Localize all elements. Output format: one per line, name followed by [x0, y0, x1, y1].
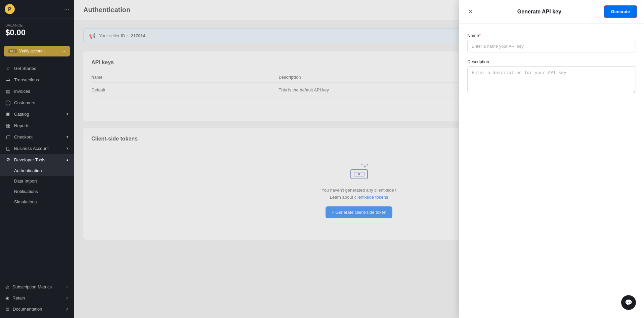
subscription-metrics-icon: ◎ [5, 284, 9, 289]
generate-api-key-panel: ✕ Generate API key Generate Name* Descri… [459, 0, 644, 318]
sidebar-item-label: Customers [14, 100, 35, 105]
sidebar-item-label: Catalog [14, 112, 29, 117]
developer-tools-icon: ⚙ [5, 157, 11, 162]
business-account-icon: ◫ [5, 146, 11, 151]
sidebar-sub-authentication[interactable]: Authentication [0, 165, 74, 176]
empty-state-icon: + ✦ ✦ [347, 162, 371, 182]
retain-icon: ◉ [5, 295, 9, 301]
name-form-group: Name* [467, 33, 636, 52]
sidebar-item-label: Business Account [14, 146, 49, 151]
checkout-icon: ▢ [5, 134, 11, 140]
get-started-icon: ☆ [5, 66, 11, 71]
invoices-icon: ▤ [5, 88, 11, 94]
sidebar-item-developer-tools[interactable]: ⚙ Developer Tools ▴ [0, 154, 74, 165]
sidebar-item-checkout[interactable]: ▢ Checkout ▾ [0, 131, 74, 143]
checkout-arrow: ▾ [67, 135, 69, 139]
verify-account-banner[interactable]: 0/3 Verify account → [4, 46, 70, 56]
sidebar-item-catalog[interactable]: ▣ Catalog ▾ [0, 108, 74, 120]
api-key-name-input[interactable] [467, 40, 636, 52]
sidebar-nav: ☆ Get Started ⇄ Transactions ▤ Invoices … [0, 60, 74, 278]
transactions-icon: ⇄ [5, 77, 11, 82]
generate-api-key-button[interactable]: Generate [604, 5, 637, 18]
sidebar-menu-dots[interactable]: ··· [64, 6, 69, 13]
megaphone-icon: 📢 [89, 33, 96, 39]
sidebar-item-label: Reports [14, 123, 30, 128]
documentation-icon: ▤ [5, 307, 9, 312]
sidebar-item-label: Get Started [14, 66, 36, 71]
svg-point-2 [358, 173, 360, 175]
external-link-icon: ⇗ [65, 285, 69, 289]
external-link-icon: ⇗ [65, 307, 69, 312]
developer-tools-arrow: ▴ [67, 158, 69, 162]
sidebar: P ··· Balance $0.00 0/3 Verify account →… [0, 0, 74, 318]
row-name: Default [91, 83, 279, 97]
seller-id-value: 217014 [131, 33, 145, 38]
sidebar-footer: ◎ Subscription Metrics ⇗ ◉ Retain ⇗ ▤ Do… [0, 278, 74, 318]
sidebar-sub-simulations[interactable]: Simulations [0, 197, 74, 207]
description-label: Description [467, 59, 636, 64]
business-account-arrow: ▾ [67, 146, 69, 151]
sidebar-item-reports[interactable]: ▦ Reports [0, 120, 74, 131]
sidebar-item-subscription-metrics[interactable]: ◎ Subscription Metrics ⇗ [0, 281, 74, 292]
subscription-metrics-label: Subscription Metrics [12, 284, 52, 289]
chat-bubble[interactable]: 💬 [621, 295, 636, 310]
sidebar-sub-data-import[interactable]: Data Import [0, 176, 74, 186]
panel-close-button[interactable]: ✕ [466, 7, 475, 16]
catalog-arrow: ▾ [67, 112, 69, 116]
sidebar-item-label: Checkout [14, 134, 33, 140]
client-side-tokens-link[interactable]: client-side tokens [354, 195, 388, 200]
sidebar-item-label: Transactions [14, 77, 39, 82]
sidebar-item-label: Developer Tools [14, 157, 45, 162]
notifications-label: Notifications [14, 189, 38, 194]
verify-label: Verify account [19, 49, 44, 53]
required-indicator: * [479, 33, 481, 38]
sidebar-header: P ··· [0, 0, 74, 18]
retain-label: Retain [12, 295, 25, 301]
name-label: Name* [467, 33, 636, 38]
sidebar-item-label: Invoices [14, 89, 30, 94]
chat-icon: 💬 [625, 299, 632, 306]
simulations-label: Simulations [14, 199, 37, 204]
reports-icon: ▦ [5, 123, 11, 128]
sidebar-item-retain[interactable]: ◉ Retain ⇗ [0, 292, 74, 304]
col-header-name: Name [91, 72, 279, 83]
verify-text: 0/3 Verify account [8, 49, 45, 53]
panel-body: Name* Description [459, 24, 644, 111]
sidebar-item-documentation[interactable]: ▤ Documentation ⇗ [0, 304, 74, 315]
verify-arrow: → [61, 48, 66, 54]
sidebar-logo[interactable]: P [5, 4, 15, 14]
sidebar-item-transactions[interactable]: ⇄ Transactions [0, 74, 74, 85]
svg-text:✦: ✦ [366, 163, 369, 167]
data-import-label: Data Import [14, 178, 37, 184]
panel-title: Generate API key [517, 9, 561, 15]
sidebar-item-customers[interactable]: ◯ Customers [0, 97, 74, 108]
verify-badge: 0/3 [8, 49, 17, 53]
svg-text:✦: ✦ [361, 163, 363, 166]
api-key-description-input[interactable] [467, 66, 636, 93]
learn-text: Learn about [330, 195, 353, 200]
customers-icon: ◯ [5, 100, 11, 105]
sidebar-sub-notifications[interactable]: Notifications [0, 186, 74, 197]
description-form-group: Description [467, 59, 636, 94]
balance-value: $0.00 [5, 28, 69, 37]
documentation-label: Documentation [13, 307, 42, 312]
generate-client-token-button[interactable]: + Generate client-side token [326, 206, 392, 218]
authentication-label: Authentication [14, 168, 42, 173]
sidebar-item-business-account[interactable]: ◫ Business Account ▾ [0, 143, 74, 154]
external-link-icon: ⇗ [65, 296, 69, 301]
sidebar-item-get-started[interactable]: ☆ Get Started [0, 63, 74, 74]
sidebar-balance: Balance $0.00 [0, 18, 74, 42]
balance-label: Balance [5, 23, 69, 27]
sidebar-item-invoices[interactable]: ▤ Invoices [0, 85, 74, 97]
seller-id-text: Your seller ID is 217014 [99, 33, 145, 38]
panel-header: ✕ Generate API key Generate [459, 0, 644, 24]
catalog-icon: ▣ [5, 111, 11, 117]
